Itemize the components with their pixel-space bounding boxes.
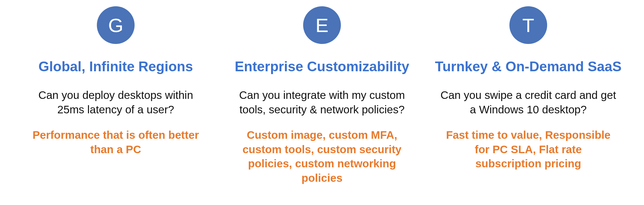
column-turnkey: T Turnkey & On-Demand SaaS Can you swipe… bbox=[431, 6, 625, 192]
column-global: G Global, Infinite Regions Can you deplo… bbox=[19, 6, 213, 192]
column-answer: Custom image, custom MFA, custom tools, … bbox=[234, 128, 410, 185]
column-question: Can you deploy desktops within 25ms late… bbox=[28, 88, 204, 116]
column-title: Global, Infinite Regions bbox=[38, 59, 193, 74]
column-answer: Performance that is often better than a … bbox=[28, 128, 204, 156]
badge-letter: E bbox=[315, 14, 328, 36]
badge-letter: G bbox=[108, 14, 123, 36]
column-title: Turnkey & On-Demand SaaS bbox=[435, 59, 621, 74]
feature-columns: G Global, Infinite Regions Can you deplo… bbox=[19, 6, 625, 192]
badge-e: E bbox=[303, 6, 341, 44]
badge-g: G bbox=[97, 6, 135, 44]
badge-letter: T bbox=[522, 14, 534, 36]
badge-t: T bbox=[509, 6, 547, 44]
column-answer: Fast time to value, Responsible for PC S… bbox=[440, 128, 616, 171]
column-question: Can you integrate with my custom tools, … bbox=[234, 88, 410, 116]
column-question: Can you swipe a credit card and get a Wi… bbox=[440, 88, 616, 116]
column-title: Enterprise Customizability bbox=[235, 59, 409, 74]
column-enterprise: E Enterprise Customizability Can you int… bbox=[225, 6, 419, 192]
